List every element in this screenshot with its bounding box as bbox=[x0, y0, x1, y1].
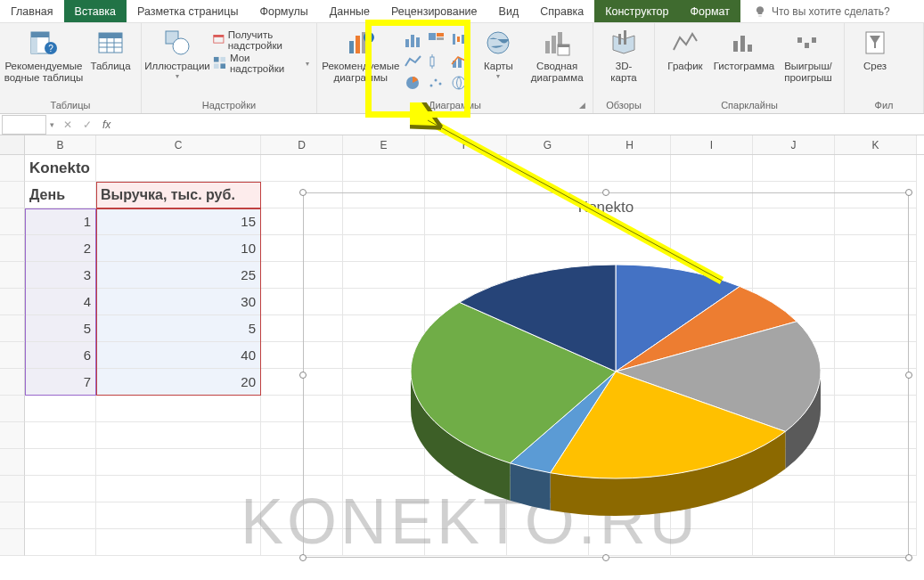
dialog-launcher-icon[interactable]: ◢ bbox=[576, 101, 587, 111]
contextual-tabs: Конструктор Формат bbox=[594, 0, 740, 22]
sparkline-line-button[interactable]: График bbox=[658, 25, 712, 94]
grid-body[interactable]: Konekto День Выручка, тыс. руб. 115 210 … bbox=[0, 155, 924, 580]
group-label-filters: Фил bbox=[848, 98, 920, 113]
maps-button[interactable]: Карты ▾ bbox=[472, 25, 526, 94]
tab-view[interactable]: Вид bbox=[488, 0, 530, 22]
statistic-chart-button[interactable] bbox=[426, 52, 447, 71]
cell[interactable]: 15 bbox=[96, 208, 261, 235]
formula-bar: ▾ ✕ ✓ fx bbox=[0, 114, 924, 135]
waterfall-chart-button[interactable] bbox=[449, 30, 470, 50]
recommended-pivot-button[interactable]: ? Рекомендуемые водные таблицы bbox=[4, 25, 84, 94]
tab-format[interactable]: Формат bbox=[680, 0, 740, 22]
col-header[interactable]: G bbox=[507, 135, 589, 154]
tab-data[interactable]: Данные bbox=[319, 0, 380, 22]
cell[interactable]: 20 bbox=[96, 369, 261, 396]
ribbon-tabs: Главная Вставка Разметка страницы Формул… bbox=[0, 0, 924, 23]
group-filters: Срез Фил bbox=[845, 23, 924, 113]
cell[interactable]: 6 bbox=[25, 342, 96, 369]
svg-rect-37 bbox=[458, 58, 462, 68]
cell[interactable]: 2 bbox=[25, 235, 96, 262]
pie-chart[interactable] bbox=[384, 247, 847, 541]
cell[interactable] bbox=[96, 155, 261, 182]
hierarchy-chart-button[interactable] bbox=[426, 30, 447, 50]
enter-icon[interactable]: ✓ bbox=[78, 118, 97, 131]
table-button[interactable]: Таблица bbox=[84, 25, 137, 94]
scatter-chart-button[interactable] bbox=[426, 73, 447, 93]
svg-rect-20 bbox=[356, 36, 360, 53]
col-header[interactable]: I bbox=[671, 135, 753, 154]
recommended-charts-button[interactable]: ? Рекомендуемые диаграммы bbox=[321, 25, 401, 94]
tab-insert[interactable]: Вставка bbox=[64, 0, 127, 22]
cell[interactable]: 10 bbox=[96, 235, 261, 262]
slicer-icon bbox=[861, 29, 889, 57]
my-addins-button[interactable]: Мои надстройки ▾ bbox=[213, 53, 309, 73]
chart-object[interactable]: Konekto bbox=[303, 192, 909, 558]
surface-chart-button[interactable] bbox=[449, 73, 470, 93]
sparkline-column-icon bbox=[730, 29, 758, 57]
group-tours: 3D- карта Обзоры bbox=[593, 23, 655, 113]
cell[interactable]: 4 bbox=[25, 289, 96, 315]
cell[interactable]: 5 bbox=[25, 315, 96, 342]
group-label-tours: Обзоры bbox=[597, 98, 650, 113]
cell[interactable]: 3 bbox=[25, 262, 96, 289]
ribbon: ? Рекомендуемые водные таблицы Таблица Т… bbox=[0, 23, 924, 114]
column-chart-button[interactable] bbox=[403, 30, 424, 50]
select-all-corner[interactable] bbox=[0, 135, 25, 154]
cell[interactable]: Выручка, тыс. руб. bbox=[96, 182, 261, 208]
group-label-addins: Надстройки bbox=[145, 98, 313, 113]
col-header[interactable]: K bbox=[835, 135, 917, 154]
line-chart-button[interactable] bbox=[403, 52, 424, 71]
globe-icon bbox=[484, 29, 512, 57]
tab-help[interactable]: Справка bbox=[529, 0, 594, 22]
svg-rect-56 bbox=[812, 37, 816, 43]
sparkline-column-button[interactable]: Гистограмма bbox=[712, 25, 776, 94]
cell[interactable]: День bbox=[25, 182, 96, 208]
chevron-down-icon: ▾ bbox=[496, 72, 500, 80]
group-charts: ? Рекомендуемые диаграммы bbox=[317, 23, 593, 113]
tab-review[interactable]: Рецензирование bbox=[380, 0, 488, 22]
combo-chart-button[interactable] bbox=[449, 52, 470, 71]
namebox-dropdown-icon[interactable]: ▾ bbox=[46, 120, 58, 129]
col-header[interactable]: C bbox=[96, 135, 261, 154]
svg-rect-26 bbox=[416, 37, 420, 47]
tab-formulas[interactable]: Формулы bbox=[249, 0, 318, 22]
sparkline-winloss-button[interactable]: Выигрыш/ проигрыш bbox=[776, 25, 840, 94]
cell[interactable]: 5 bbox=[96, 315, 261, 342]
store-icon bbox=[213, 33, 225, 47]
svg-rect-1 bbox=[31, 32, 49, 37]
lightbulb-icon bbox=[754, 5, 766, 18]
name-box[interactable] bbox=[2, 115, 46, 135]
cell[interactable]: Konekto bbox=[25, 155, 96, 182]
tab-design[interactable]: Конструктор bbox=[594, 0, 679, 22]
col-header[interactable]: H bbox=[589, 135, 671, 154]
cell[interactable]: 25 bbox=[96, 262, 261, 289]
col-header[interactable]: E bbox=[343, 135, 425, 154]
get-addins-button[interactable]: Получить надстройки bbox=[213, 30, 309, 50]
svg-rect-25 bbox=[411, 35, 414, 47]
tab-page-layout[interactable]: Разметка страницы bbox=[127, 0, 249, 22]
cancel-icon[interactable]: ✕ bbox=[58, 118, 78, 131]
cell[interactable]: 40 bbox=[96, 342, 261, 369]
col-header[interactable]: J bbox=[753, 135, 835, 154]
svg-rect-16 bbox=[220, 57, 225, 62]
pivotchart-button[interactable]: Сводная диаграмма bbox=[525, 25, 589, 94]
cell[interactable]: 7 bbox=[25, 369, 96, 396]
col-header[interactable]: B bbox=[25, 135, 96, 154]
col-header[interactable]: D bbox=[261, 135, 343, 154]
col-header[interactable]: F bbox=[425, 135, 507, 154]
cell[interactable]: 30 bbox=[96, 289, 261, 315]
svg-rect-33 bbox=[430, 57, 434, 66]
fx-icon[interactable]: fx bbox=[97, 118, 116, 131]
svg-rect-44 bbox=[545, 41, 550, 53]
svg-rect-50 bbox=[624, 30, 626, 45]
pie-chart-button[interactable] bbox=[403, 73, 424, 93]
tab-home[interactable]: Главная bbox=[0, 0, 64, 22]
cell[interactable]: 1 bbox=[25, 208, 96, 235]
formula-input[interactable] bbox=[116, 115, 924, 135]
tell-me[interactable]: Что вы хотите сделать? bbox=[740, 0, 924, 22]
slicer-button[interactable]: Срез bbox=[848, 25, 902, 94]
chart-title[interactable]: Konekto bbox=[304, 199, 908, 216]
3d-map-button[interactable]: 3D- карта bbox=[597, 25, 650, 94]
illustrations-button[interactable]: Иллюстрации ▾ bbox=[145, 25, 209, 94]
chevron-down-icon: ▾ bbox=[176, 72, 179, 80]
